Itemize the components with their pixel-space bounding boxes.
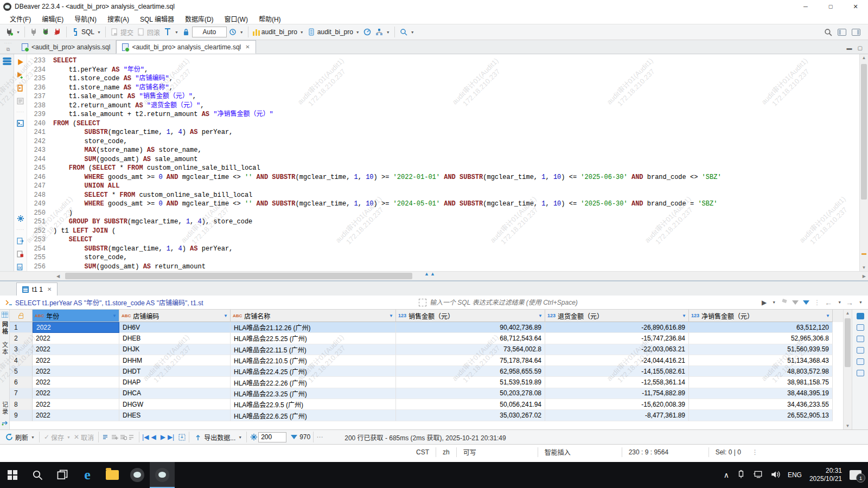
tray-expand-icon[interactable]: ∧ <box>724 471 729 479</box>
code-line[interactable]: 244 SUM(goods_amt) AS sale_amount <box>27 155 859 164</box>
code-line[interactable]: 234 t1.perYear AS "年份", <box>27 66 859 75</box>
code-line[interactable]: 241 SUBSTR(mgclear_time, 1, 4) AS perYea… <box>27 128 859 137</box>
sql-editor-button[interactable]: SQL▼ <box>69 25 103 38</box>
column-filter-icon[interactable]: ▼ <box>682 313 686 318</box>
code-line[interactable]: 246 WHERE goods_amt >= 0 AND mgclear_tim… <box>27 173 859 182</box>
table-cell[interactable]: 62,958,655.59 <box>396 366 545 377</box>
taskbar-search-button[interactable] <box>25 462 50 488</box>
column-header[interactable]: ABC年份▼ <box>33 310 119 322</box>
code-line[interactable]: 247 UNION ALL <box>27 182 859 191</box>
column-filter-icon[interactable]: ▼ <box>538 313 542 318</box>
volume-tray-icon[interactable] <box>770 470 780 480</box>
table-cell[interactable]: 73,564,002.8 <box>396 344 545 355</box>
table-cell[interactable]: 38,448,395.19 <box>689 388 833 399</box>
row-number-cell[interactable]: 3 <box>10 344 33 355</box>
table-cell[interactable]: 52,965,306.8 <box>689 333 833 344</box>
network-button[interactable]: ▼ <box>373 25 392 38</box>
code-editor[interactable]: 233SELECT234 t1.perYear AS "年份",235 t1.s… <box>27 54 859 271</box>
table-cell[interactable]: DHES <box>119 410 231 421</box>
remove-filter-icon[interactable] <box>792 300 799 305</box>
export-data-button[interactable]: 导出数据...▼ <box>192 431 244 444</box>
column-header[interactable]: ABC店铺名称▼ <box>231 310 396 322</box>
filter-input[interactable] <box>430 299 758 306</box>
row-number-cell[interactable]: 7 <box>10 388 33 399</box>
network-tray-icon[interactable] <box>753 470 763 480</box>
close-button[interactable]: ✕ <box>843 0 868 13</box>
column-header[interactable]: 123退货金额（元）▼ <box>545 310 689 322</box>
add-row-icon[interactable] <box>101 433 110 441</box>
table-cell[interactable]: DHHM <box>119 355 231 366</box>
table-cell[interactable]: 38,981,158.75 <box>689 377 833 388</box>
table-cell[interactable]: 26,552,905.13 <box>689 410 833 421</box>
app-button-1[interactable] <box>125 462 150 488</box>
settings-gear-icon[interactable] <box>16 214 25 223</box>
table-cell[interactable]: HLA唯品会22.3.25 (广州) <box>231 388 396 399</box>
menu-item[interactable]: SQL 编辑器 <box>135 13 180 24</box>
editor-maximize-icon[interactable]: ▢ <box>858 45 863 51</box>
code-line[interactable]: 252) t1 LEFT JOIN ( <box>27 227 859 236</box>
table-cell[interactable]: DH6V <box>119 322 231 333</box>
writable-indicator[interactable]: 可写 <box>456 447 538 457</box>
execute-statement-icon[interactable] <box>16 57 25 66</box>
table-cell[interactable]: -15,620,008.39 <box>545 399 689 410</box>
dashboard-button[interactable] <box>361 25 373 38</box>
row-number-cell[interactable]: 4 <box>10 355 33 366</box>
insert-mode-indicator[interactable]: 智能插入 <box>538 447 622 457</box>
lock-button[interactable] <box>180 25 192 38</box>
table-row[interactable]: 52022DHDTHLA唯品会22.4.25 (广州)62,958,655.59… <box>10 366 843 377</box>
menu-item[interactable]: 数据库(D) <box>180 13 219 24</box>
table-row[interactable]: 82022DHGWHLA唯品会22.9.5 (广州)50,056,241.94-… <box>10 399 843 410</box>
column-filter-icon[interactable]: ▼ <box>112 313 117 318</box>
table-cell[interactable]: 75,178,784.64 <box>396 355 545 366</box>
table-cell[interactable]: 2022 <box>33 377 119 388</box>
fetch-size-input[interactable] <box>258 432 286 442</box>
code-line[interactable]: 243 MAX(store_name) AS store_name, <box>27 146 859 155</box>
editor-vertical-scrollbar[interactable]: ▲ ▼ <box>859 54 868 271</box>
table-cell[interactable]: 68,712,543.64 <box>396 333 545 344</box>
table-cell[interactable]: 90,402,736.89 <box>396 322 545 333</box>
table-cell[interactable]: 2022 <box>33 355 119 366</box>
nav-forward-icon[interactable]: → <box>846 298 853 307</box>
menu-item[interactable]: 文件(F) <box>4 13 36 24</box>
apply-filter-icon[interactable]: ▶ <box>762 299 767 306</box>
calc-panel-icon[interactable] <box>857 324 864 331</box>
row-number-cell[interactable]: 5 <box>10 366 33 377</box>
explain-plan-icon[interactable] <box>16 97 25 105</box>
editor-tab[interactable]: <audit_bi_pro> analysis.sql <box>16 40 116 54</box>
maximize-button[interactable]: ▢ <box>818 0 843 13</box>
filter-history-icon[interactable]: ▼ <box>772 300 776 304</box>
next-page-icon[interactable]: ▶ <box>161 433 165 441</box>
reconnect-button[interactable] <box>40 25 52 38</box>
fetch-all-icon[interactable] <box>177 433 186 441</box>
row-number-cell[interactable]: 1 <box>10 322 33 333</box>
grid-corner-cell[interactable] <box>10 310 33 322</box>
code-line[interactable]: 237 t1.sale_amount AS "销售金额（元）", <box>27 92 859 101</box>
schema-selector[interactable]: audit_bi_pro▼ <box>305 25 361 38</box>
table-cell[interactable]: 51,539,519.89 <box>396 377 545 388</box>
last-page-icon[interactable]: ▶| <box>168 433 174 441</box>
table-cell[interactable]: 51,560,939.59 <box>689 344 833 355</box>
table-cell[interactable]: 63,512,120 <box>689 322 833 333</box>
record-mode-label[interactable]: 记录 <box>1 401 9 415</box>
editor-minimize-icon[interactable]: ▬ <box>847 45 852 51</box>
column-filter-icon[interactable]: ▼ <box>826 313 830 318</box>
export-result-icon[interactable] <box>16 236 25 245</box>
code-line[interactable]: 242 store_code, <box>27 137 859 146</box>
output-log-icon[interactable] <box>16 249 25 258</box>
toolbar-search-icon[interactable] <box>824 28 832 36</box>
table-cell[interactable]: 51,134,368.43 <box>689 355 833 366</box>
tab-grid-view[interactable]: 网格 <box>1 321 9 335</box>
table-cell[interactable]: 35,030,267.02 <box>396 410 545 421</box>
start-button[interactable] <box>0 462 25 488</box>
layout-left-panel-icon[interactable] <box>838 29 846 36</box>
grouping-panel-icon[interactable] <box>857 370 864 376</box>
grid-view-icon[interactable] <box>1 312 8 318</box>
filter-expand-icon[interactable] <box>419 299 426 306</box>
column-filter-icon[interactable]: ▼ <box>224 313 228 318</box>
splitter-collapse-icon[interactable]: ▲▲ <box>424 271 436 277</box>
row-number-cell[interactable]: 8 <box>10 399 33 410</box>
column-header[interactable]: 123净销售金额（元）▼ <box>689 310 833 322</box>
editor-horizontal-scrollbar[interactable]: ◀ ▲▲ ▶ <box>0 271 868 280</box>
table-cell[interactable]: -15,747,236.84 <box>545 333 689 344</box>
results-tab[interactable]: t1 1 ✕ <box>16 282 58 296</box>
